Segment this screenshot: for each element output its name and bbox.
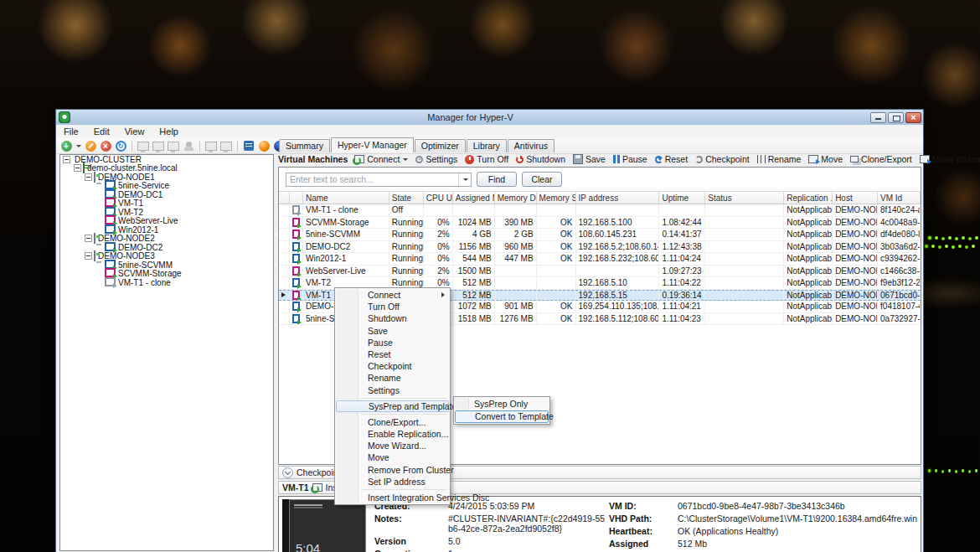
add-icon[interactable]: +: [60, 140, 72, 152]
column-header-uptime[interactable]: Uptime: [659, 192, 705, 204]
submenu-item-convert-to-template[interactable]: Convert to Template: [455, 410, 549, 423]
menu-view[interactable]: View: [117, 126, 152, 137]
reset-button[interactable]: Reset: [652, 153, 690, 166]
clear-button[interactable]: Clear: [522, 172, 562, 187]
connect-button[interactable]: Connect: [352, 153, 410, 166]
column-header-status[interactable]: Status: [705, 192, 784, 204]
tree-item-vm-t2[interactable]: VM-T2: [60, 208, 273, 217]
menu-item-save[interactable]: Save: [336, 325, 449, 337]
save-button[interactable]: Save: [570, 153, 608, 166]
column-header-name[interactable]: Name: [303, 192, 389, 204]
table-row-webserver-live[interactable]: WebServer-LiveRunning2%1500 MB1.09:27:23…: [279, 266, 921, 278]
menu-item-clone-export-[interactable]: Clone/Export...: [336, 416, 449, 428]
tab-summary[interactable]: Summary: [279, 139, 330, 152]
table-row-5nine-scvmm[interactable]: 5nine-SCVMMRunning2%4 GB2 GBOK108.60.145…: [279, 229, 921, 241]
refresh-icon[interactable]: ↻: [115, 140, 126, 152]
shutdown-button[interactable]: Shutdown: [513, 153, 568, 166]
menu-item-set-ip-address[interactable]: Set IP address: [336, 476, 449, 488]
menu-item-turn-off[interactable]: Turn Off: [336, 301, 449, 312]
menu-help[interactable]: Help: [152, 126, 186, 137]
edit-icon[interactable]: [85, 140, 96, 152]
menu-item-move-wizard-[interactable]: Move Wizard...: [336, 440, 449, 451]
table-row-scvmm-storage[interactable]: SCVMM-StorageRunning0%1024 MB390 MBOK192…: [279, 217, 921, 230]
menu-item-move[interactable]: Move: [336, 451, 449, 463]
column-header-memstatus[interactable]: Memory St...: [537, 192, 576, 204]
delete-icon[interactable]: ×: [100, 140, 111, 152]
move-wizard-button[interactable]: Move Wizard: [917, 153, 980, 166]
find-button[interactable]: Find: [477, 172, 517, 187]
menu-item-settings[interactable]: Settings: [336, 384, 449, 396]
tab-antivirus[interactable]: Antivirus: [508, 139, 554, 152]
tree-item-vm-t1-clone[interactable]: VM-T1 - clone: [60, 278, 273, 287]
column-header-assigned[interactable]: Assigned Me...: [453, 192, 495, 204]
title-bar[interactable]: Manager for Hyper-V ×: [56, 110, 923, 126]
tree-item-demo-dc1[interactable]: DEMO-DC1: [60, 190, 273, 199]
column-header-state[interactable]: State: [389, 192, 424, 204]
search-dropdown-icon[interactable]: [458, 173, 471, 186]
column-header-host[interactable]: Host: [833, 192, 878, 204]
tree-item-demo-node1[interactable]: DEMO-NODE1: [60, 173, 273, 182]
tree-item-demo-dc2[interactable]: DEMO-DC2: [60, 243, 273, 252]
tab-optimizer[interactable]: Optimizer: [415, 139, 466, 152]
column-header-ip[interactable]: IP address: [576, 192, 660, 204]
tree-expander-icon[interactable]: [85, 235, 92, 242]
tree-item-demo-node3[interactable]: DEMO-NODE3: [60, 252, 273, 261]
rename-button[interactable]: Rename: [755, 153, 804, 166]
vm-console-thumbnail[interactable]: 5:04: [289, 499, 366, 552]
console-window-icon[interactable]: [243, 140, 255, 152]
submenu-item-sysprep-only[interactable]: SysPrep Only: [455, 398, 549, 410]
settings-button[interactable]: Settings: [413, 153, 460, 166]
tree-item-demo-cluster-5nine-local[interactable]: demo-cluster.5nine.local: [60, 164, 273, 173]
tree-item-vm-t1[interactable]: VM-T1: [60, 199, 273, 209]
restore-button[interactable]: [888, 112, 904, 123]
menu-item-sysprep-and-templates[interactable]: SysPrep and Templates: [336, 400, 449, 412]
menu-item-insert-integration-services-disc[interactable]: Insert Integration Services Disc: [336, 492, 449, 503]
column-header-vmid[interactable]: VM Id: [878, 192, 921, 204]
tree-item-demo-cluster[interactable]: DEMO-CLUSTER: [60, 155, 273, 164]
menu-item-checkpoint[interactable]: Checkpoint: [336, 360, 449, 372]
table-row-vm-t1-clone[interactable]: VM-T1 - cloneOffNotApplicableDEMO-NODE38…: [279, 204, 921, 217]
turn-off-button[interactable]: Turn Off: [462, 153, 511, 166]
connect-icon-dropdown[interactable]: [403, 158, 408, 161]
menu-item-enable-replication-[interactable]: Enable Replication...: [336, 428, 449, 440]
column-header-marker[interactable]: [279, 192, 290, 204]
minimize-button[interactable]: [870, 112, 886, 123]
column-header-cpu[interactable]: CPU Us...: [424, 192, 453, 204]
add-icon-dropdown[interactable]: [76, 145, 81, 147]
tree-item-win2012-1[interactable]: Win2012-1: [60, 225, 273, 235]
cell-uptime: 0.19:36:14: [659, 291, 705, 301]
tree-expander-icon[interactable]: [74, 164, 81, 172]
column-header-demand[interactable]: Memory De...: [495, 192, 537, 204]
menu-item-connect[interactable]: Connect: [336, 289, 449, 301]
menu-item-reset[interactable]: Reset: [336, 348, 449, 360]
checkpoint-button[interactable]: Checkpoint: [693, 153, 752, 166]
tree-expander-icon[interactable]: [63, 156, 70, 163]
tree-item-scvmm-storage[interactable]: SCVMM-Storage: [60, 270, 273, 279]
table-row-win2012-1[interactable]: Win2012-1Running0%544 MB447 MBOK192.168.…: [279, 253, 921, 266]
search-input[interactable]: [286, 174, 458, 184]
menu-item-pause[interactable]: Pause: [336, 337, 449, 348]
clone-export-button[interactable]: Clone/Export: [848, 153, 915, 166]
menu-edit[interactable]: Edit: [86, 126, 117, 137]
tree-item-5nine-service[interactable]: 5nine-Service: [60, 182, 273, 191]
table-row-demo-dc2[interactable]: DEMO-DC2Running0%1156 MB960 MBOK192.168.…: [279, 241, 921, 254]
tab-library[interactable]: Library: [467, 139, 507, 152]
tab-hyper-v-manager[interactable]: Hyper-V Manager: [331, 137, 414, 152]
tree-item-webserver-live[interactable]: WebServer-Live: [60, 217, 273, 226]
column-header-icon[interactable]: [290, 192, 303, 204]
menu-item-remove-from-cluster[interactable]: Remove From Cluster: [336, 464, 449, 476]
column-header-replication[interactable]: Replication ...: [784, 192, 833, 204]
tree-item-5nine-scvmm[interactable]: 5nine-SCVMM: [60, 261, 273, 270]
close-button[interactable]: ×: [905, 112, 921, 123]
chevron-down-icon[interactable]: [282, 467, 293, 478]
search-combo[interactable]: [286, 173, 472, 187]
menu-item-rename[interactable]: Rename: [336, 372, 449, 384]
move-button[interactable]: Move: [806, 153, 845, 166]
tree-expander-icon[interactable]: [85, 173, 92, 181]
web-portal-icon[interactable]: [258, 140, 270, 152]
pause-button[interactable]: Pause: [611, 153, 650, 166]
tree-expander-icon[interactable]: [85, 252, 92, 260]
menu-file[interactable]: File: [56, 126, 86, 137]
menu-item-shutdown[interactable]: Shutdown: [336, 312, 449, 324]
tree-item-demo-node2[interactable]: DEMO-NODE2: [60, 235, 273, 244]
